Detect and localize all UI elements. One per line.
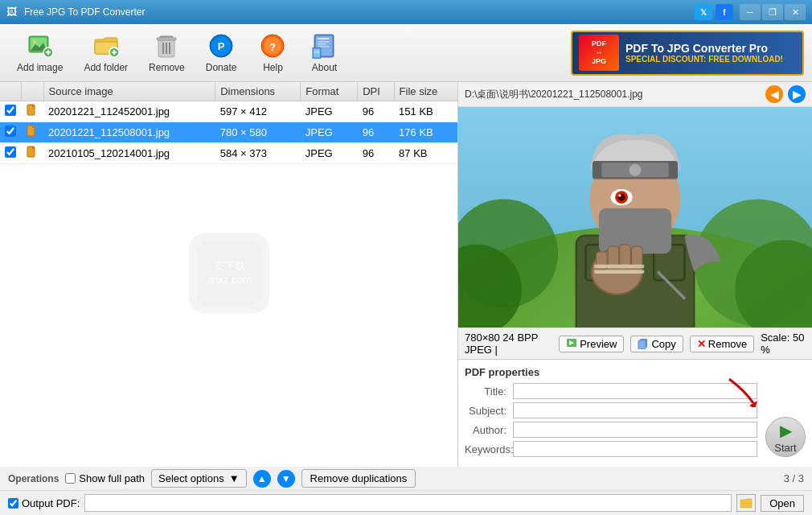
svg-rect-40 [197,241,261,306]
about-label: About [312,62,337,73]
row-checkbox-1[interactable] [5,105,16,116]
filename-1: 20201221_112452001.jpg [43,101,215,122]
folder-icon [740,497,753,509]
output-row: Output PDF: Open [0,491,812,515]
scale-info: Scale: 50 % [761,332,806,356]
table-row[interactable]: 20210105_120214001.jpg 584 × 373 JPEG 96… [0,143,457,164]
svg-rect-70 [594,270,644,274]
add-image-button[interactable]: Add image [8,27,72,79]
svg-text:安下载: 安下载 [213,260,244,272]
close-btn[interactable]: ✕ [785,4,806,20]
file-icon-2 [26,125,39,138]
dpi-3: 96 [358,143,394,164]
operations-row: Operations Show full path Select options… [0,467,812,491]
prop-author-input[interactable] [513,422,757,438]
prop-keywords-input[interactable] [513,441,757,457]
prev-image-btn[interactable]: ◀ [765,85,783,103]
next-image-btn[interactable]: ▶ [788,85,806,103]
toolbar: Add image Add folder Remove P [0,24,812,82]
row-checkbox-2[interactable] [5,126,16,137]
filename-2: 20201221_112508001.jpg [43,122,215,143]
svg-rect-27 [318,43,326,45]
file-count: 3 / 3 [784,472,804,484]
format-2: JPEG [301,122,358,143]
col-size: File size [394,82,457,101]
about-icon [311,33,337,59]
move-up-btn[interactable]: ▲ [253,470,271,488]
help-icon: ? [260,33,285,59]
select-options-button[interactable]: Select options ▼ [151,469,247,488]
output-path-input[interactable] [84,494,732,512]
prop-author-label: Author: [465,424,513,436]
svg-rect-69 [594,265,644,269]
svg-rect-28 [318,46,329,47]
remove-duplications-btn[interactable]: Remove duplications [301,469,416,488]
watermark-icon: 安下载 anxz.com [181,225,277,322]
prop-row-author: Author: [465,422,757,438]
add-image-label: Add image [17,62,63,73]
about-button[interactable]: About [300,27,348,79]
donate-button[interactable]: P Donate [197,27,246,79]
operations-label: Operations [8,473,59,484]
title-bar: 🖼 Free JPG To PDF Converter 𝕏 f ─ ❐ ✕ [0,0,812,24]
add-folder-button[interactable]: Add folder [75,27,137,79]
start-button[interactable]: ▶ Start [765,417,806,457]
col-check [0,82,21,101]
ad-banner-image: PDF↔JPG [579,35,619,71]
help-button[interactable]: ? Help [248,27,297,79]
select-options-label: Select options [158,472,224,484]
svg-rect-31 [314,51,319,52]
remove-preview-btn[interactable]: ✕ Remove [690,336,754,352]
copy-btn[interactable]: Copy [630,336,683,352]
svg-text:P: P [218,40,225,52]
table-row[interactable]: 20201221_112452001.jpg 597 × 412 JPEG 96… [0,101,457,122]
right-panel: D:\桌面\说明书\20201221_112508001.jpg ◀ ▶ [458,82,812,467]
ad-banner[interactable]: PDF↔JPG PDF To JPG Converter Pro SPECIAL… [571,31,804,76]
ad-sub: SPECIAL DISCOUNT: FREE DOWNLOAD! [625,55,783,64]
format-3: JPEG [301,143,358,164]
open-btn[interactable]: Open [761,495,804,512]
preview-btn[interactable]: Preview [559,336,624,352]
show-full-path-label[interactable]: Show full path [65,472,145,484]
add-image-icon [27,33,53,59]
browse-output-btn[interactable] [736,494,756,512]
svg-rect-26 [318,41,329,43]
output-label: Output PDF: [22,497,80,509]
twitter-title-btn[interactable]: 𝕏 [695,4,712,20]
file-table: Source image Dimensions Format DPI File … [0,82,457,164]
move-down-btn[interactable]: ▼ [277,470,295,488]
ad-banner-content: PDF To JPG Converter Pro SPECIAL DISCOUN… [625,42,783,64]
remove-button[interactable]: Remove [140,27,194,79]
left-panel: Source image Dimensions Format DPI File … [0,82,458,467]
svg-point-2 [33,40,36,43]
col-dimensions: Dimensions [215,82,301,101]
remove-label: Remove [149,62,185,73]
prop-subject-label: Subject: [465,405,513,417]
facebook-title-btn[interactable]: f [716,4,733,20]
dimensions-1: 597 × 412 [215,101,301,122]
add-folder-label: Add folder [84,62,128,73]
size-1: 151 KB [394,101,457,122]
show-full-path-checkbox[interactable] [65,473,76,484]
prop-keywords-label: Keywords: [465,443,513,455]
pdf-props-fields: Title: Subject: Author: Keywords: [465,383,757,460]
preview-icon [566,338,577,349]
dpi-2: 96 [358,122,394,143]
window-controls: ─ ❐ ✕ [740,4,806,20]
table-row[interactable]: 20201221_112508001.jpg 780 × 580 JPEG 96… [0,122,457,143]
row-checkbox-3[interactable] [5,146,16,158]
arrow-indicator [721,375,761,407]
prop-row-title: Title: [465,383,757,399]
donate-icon: P [208,33,234,59]
restore-btn[interactable]: ❐ [762,4,783,20]
file-icon-3 [26,146,39,159]
svg-rect-66 [608,246,619,266]
minimize-btn[interactable]: ─ [740,4,761,20]
start-section: ▶ Start [765,383,806,460]
output-pdf-checkbox[interactable] [8,498,18,509]
output-pdf-label[interactable]: Output PDF: [8,497,80,509]
size-2: 176 KB [394,122,457,143]
svg-rect-67 [620,245,631,266]
col-source: Source image [43,82,215,101]
col-dpi: DPI [358,82,394,101]
